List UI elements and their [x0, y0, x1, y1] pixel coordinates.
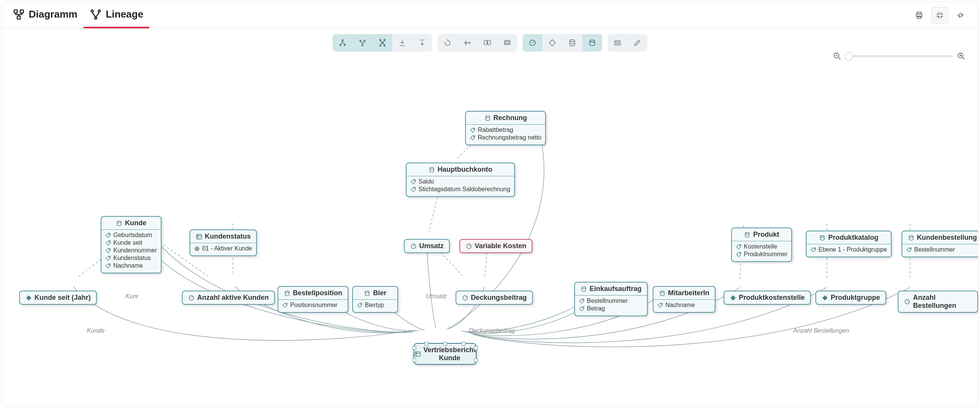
entity-icon [819, 234, 826, 241]
list-icon [613, 39, 622, 47]
tab-lineage[interactable]: Lineage [83, 2, 149, 28]
node-produktkatalog[interactable]: Produktkatalog Ebene 1 - Produktgruppe [806, 231, 892, 257]
tag-icon [470, 127, 475, 133]
attr-label: Nachname [665, 302, 695, 309]
svg-point-35 [414, 180, 415, 181]
tag-icon [657, 302, 663, 308]
tab-diagram[interactable]: Diagramm [7, 2, 83, 28]
entity-icon [364, 290, 371, 297]
tool-download[interactable] [392, 34, 412, 52]
svg-point-5 [95, 17, 96, 19]
tool-stretch[interactable] [457, 34, 477, 52]
node-title: Kundenstatus [205, 232, 251, 241]
node-produkt[interactable]: Produkt Kostenstelle Produktnummer [731, 228, 792, 262]
tool-screen-single[interactable] [497, 34, 517, 52]
collapse-icon [936, 11, 944, 20]
svg-point-34 [430, 167, 434, 169]
tool-fork-down[interactable] [353, 34, 372, 52]
node-vertriebsbericht-kunde[interactable]: Vertriebsbericht Kunde [413, 343, 477, 365]
tool-entity[interactable] [582, 34, 602, 52]
fork-up-icon [338, 39, 347, 47]
tool-download-top[interactable] [412, 34, 432, 52]
entity-icon [580, 286, 587, 293]
node-title: Umsatz [419, 242, 444, 250]
tag-icon [470, 135, 475, 141]
node-anzahl-bestellungen[interactable]: Anzahl Bestellungen [898, 291, 978, 313]
tool-screen-split[interactable] [477, 34, 497, 52]
tag-icon [810, 247, 816, 253]
minimize-button[interactable] [952, 7, 969, 24]
node-title: Kunde [125, 219, 146, 227]
svg-point-15 [380, 39, 381, 41]
node-produktgruppe[interactable]: Produktgruppe [815, 291, 886, 305]
edge-label-anzahl-bestellungen: Anzahl Bestellungen [793, 327, 849, 334]
node-kunde-seit-jahr[interactable]: Kunde seit (Jahr) [19, 291, 97, 305]
node-title: Deckungsbeitrag [471, 294, 527, 302]
svg-point-49 [740, 245, 740, 246]
node-anzahl-aktive-kunden[interactable]: Anzahl aktive Kunden [182, 291, 275, 305]
attr-label: Bestellnummer [914, 246, 955, 253]
tag-icon [410, 179, 416, 185]
node-bier[interactable]: Bier Biertyp [352, 286, 398, 313]
tool-group-edit [608, 34, 647, 52]
svg-point-45 [196, 248, 198, 249]
svg-rect-2 [17, 16, 20, 19]
tool-fork-both[interactable] [372, 34, 392, 52]
entity-icon [428, 166, 435, 173]
tag-icon [410, 187, 416, 192]
svg-point-25 [570, 40, 575, 42]
node-mitarbeiterin[interactable]: MitarbeiterIn Nachname [653, 286, 715, 313]
node-title: Produktkatalog [828, 234, 878, 242]
tag-icon [357, 302, 363, 308]
svg-rect-23 [505, 41, 509, 44]
node-kunde[interactable]: Kunde Geburtsdatum Kunde seit Kundennumm… [101, 216, 162, 273]
node-kundenstatus[interactable]: Kundenstatus 01 - Aktiver Kunde [189, 229, 257, 256]
node-hauptbuchkonto[interactable]: Hauptbuchkonto Saldo Stichtagsdatum Sald… [406, 163, 515, 197]
tool-list[interactable] [608, 34, 627, 52]
svg-point-53 [909, 236, 913, 237]
node-produktkostenstelle[interactable]: Produktkostenstelle [724, 291, 811, 305]
attr-label: Kunde seit [113, 239, 142, 246]
node-deckungsbeitrag[interactable]: Deckungsbeitrag [456, 291, 533, 305]
svg-point-57 [286, 304, 287, 304]
node-title: Produktgruppe [831, 294, 880, 302]
svg-point-54 [910, 248, 911, 249]
lineage-canvas[interactable]: Kunr Kunde Umsatz Deckungsbeitrag Anzahl… [2, 52, 978, 406]
svg-point-17 [380, 45, 381, 46]
tag-icon [282, 302, 288, 308]
node-variable-kosten[interactable]: Variable Kosten [459, 239, 532, 253]
tag-icon [579, 298, 585, 304]
tag-icon [105, 240, 111, 246]
svg-rect-28 [615, 44, 621, 45]
tool-diamond[interactable] [542, 34, 562, 52]
print-button[interactable] [911, 7, 928, 24]
svg-point-42 [109, 264, 110, 265]
node-umsatz[interactable]: Umsatz [404, 239, 450, 253]
node-bestellposition[interactable]: Bestellposition Positionsnummer [278, 286, 348, 313]
entity-icon [744, 231, 751, 238]
svg-rect-43 [196, 234, 202, 239]
attr-label: Saldo [418, 178, 434, 185]
svg-point-50 [740, 253, 740, 254]
tool-edit[interactable] [627, 34, 647, 52]
svg-rect-21 [488, 41, 490, 45]
tab-lineage-label: Lineage [106, 8, 143, 20]
tool-db-stack[interactable] [562, 34, 582, 52]
svg-point-65 [661, 304, 662, 304]
node-kundenbestellung[interactable]: Kundenbestellung Bestellnummer [902, 231, 978, 257]
gauge-icon [466, 243, 472, 250]
attr-label: Nachname [113, 262, 143, 269]
db-icon [568, 39, 577, 47]
svg-rect-27 [615, 41, 621, 42]
node-rechnung[interactable]: Rechnung Rabattbetrag Rechnungsbetrag ne… [465, 111, 546, 145]
screen-split-icon [483, 39, 492, 47]
node-einkaufsauftrag[interactable]: Einkaufsauftrag Bestellnummer Betrag [574, 282, 648, 316]
tool-metric[interactable] [523, 34, 542, 52]
fork-down-icon [358, 39, 367, 47]
node-title-line1: Vertriebsbericht [423, 346, 476, 354]
tag-icon [736, 252, 742, 257]
download-icon [398, 39, 407, 47]
collapse-button[interactable] [931, 7, 948, 24]
tool-rotate[interactable] [438, 34, 457, 52]
tool-fork-up[interactable] [333, 34, 353, 52]
